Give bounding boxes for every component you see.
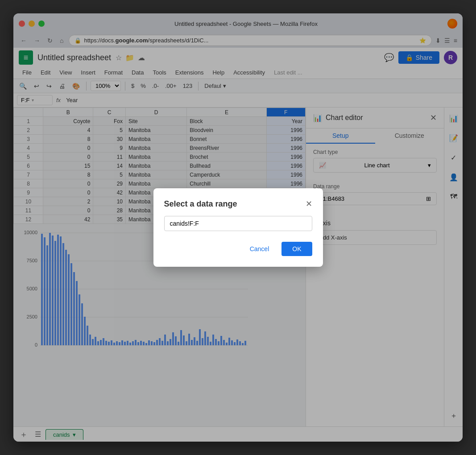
select-data-range-modal: Select a data range ✕ Cancel OK	[153, 188, 323, 267]
modal-overlay[interactable]: Select a data range ✕ Cancel OK	[0, 0, 476, 455]
ok-button[interactable]: OK	[281, 242, 312, 256]
modal-actions: Cancel OK	[164, 242, 312, 256]
cancel-button[interactable]: Cancel	[243, 242, 277, 256]
modal-close-button[interactable]: ✕	[306, 199, 312, 209]
modal-title: Select a data range	[164, 199, 237, 209]
data-range-input-field[interactable]	[164, 216, 312, 231]
